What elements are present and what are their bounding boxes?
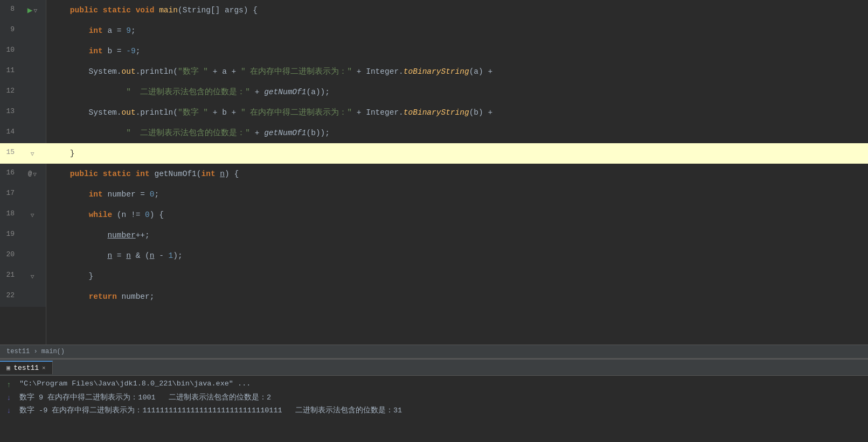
gutter-18[interactable]: ▽ bbox=[19, 205, 46, 225]
code-line-15: 15 ▽ } bbox=[0, 143, 868, 164]
console-area: ▣ test11 × ↑ "C:\Program Files\Java\jdk1… bbox=[0, 359, 868, 442]
line-num-8: 8 bbox=[0, 0, 19, 20]
gutter-19 bbox=[19, 225, 46, 245]
code-content-11: System.out.println("数字 " + a + " 在内存中得二进… bbox=[46, 61, 868, 82]
gutter-12 bbox=[19, 82, 46, 102]
line-num-19: 19 bbox=[0, 225, 19, 245]
code-line-19: 19 number++; bbox=[0, 225, 868, 245]
console-text-3: 数字 -9 在内存中得二进制表示为：1111111111111111111111… bbox=[19, 405, 402, 415]
line-num-10: 10 bbox=[0, 41, 19, 61]
code-content-15: } bbox=[46, 143, 868, 164]
code-content-16: public static int getNumOf1(int n) { bbox=[46, 164, 868, 184]
code-line-10: 10 int b = -9; bbox=[0, 41, 868, 61]
code-content-22: return number; bbox=[46, 286, 868, 307]
code-content-12: " 二进制表示法包含的位数是：" + getNumOf1(a)); bbox=[46, 82, 868, 102]
code-content-20: n = n & (n - 1); bbox=[46, 245, 868, 266]
console-close-button[interactable]: × bbox=[42, 365, 46, 371]
fold-icon-15[interactable]: ▽ bbox=[31, 150, 34, 157]
code-content-13: System.out.println("数字 " + b + " 在内存中得二进… bbox=[46, 102, 868, 123]
line-num-20: 20 bbox=[0, 245, 19, 266]
code-line-14: 14 " 二进制表示法包含的位数是：" + getNumOf1(b)); bbox=[0, 123, 868, 143]
breadcrumb: test11 › main() bbox=[6, 348, 65, 355]
code-line-17: 17 int number = 0; bbox=[0, 184, 868, 205]
code-content-19: number++; bbox=[46, 225, 868, 245]
code-line-16: 16 @ ▽ public static int getNumOf1(int n… bbox=[0, 164, 868, 184]
fold-icon-21[interactable]: ▽ bbox=[31, 273, 34, 280]
line-num-22: 22 bbox=[0, 286, 19, 307]
console-tab-label: test11 bbox=[13, 364, 39, 372]
console-text-2: 数字 9 在内存中得二进制表示为：1001 二进制表示法包含的位数是：2 bbox=[19, 392, 271, 402]
line-num-21: 21 bbox=[0, 266, 19, 286]
gutter-17 bbox=[19, 184, 46, 205]
code-content-21: } bbox=[46, 266, 868, 286]
console-line-1: ↑ "C:\Program Files\Java\jdk1.8.0_221\bi… bbox=[6, 379, 862, 392]
line-num-17: 17 bbox=[0, 184, 19, 205]
gutter-8[interactable]: ▶ ▽ bbox=[19, 0, 46, 20]
code-line-8: 8 ▶ ▽ public static void main(String[] a… bbox=[0, 0, 868, 20]
code-content-14: " 二进制表示法包含的位数是：" + getNumOf1(b)); bbox=[46, 123, 868, 143]
code-content-17: int number = 0; bbox=[46, 184, 868, 205]
line-num-15: 15 bbox=[0, 143, 19, 164]
gutter-10 bbox=[19, 41, 46, 61]
code-content-10: int b = -9; bbox=[46, 41, 868, 61]
console-arrow-down-2: ↓ bbox=[6, 406, 17, 415]
at-icon-16: @ bbox=[28, 170, 32, 178]
console-tab-test11[interactable]: ▣ test11 × bbox=[0, 361, 53, 374]
line-num-11: 11 bbox=[0, 61, 19, 82]
editor-area: 8 ▶ ▽ public static void main(String[] a… bbox=[0, 0, 868, 345]
gutter-14 bbox=[19, 123, 46, 143]
console-line-2: ↓ 数字 9 在内存中得二进制表示为：1001 二进制表示法包含的位数是：2 bbox=[6, 392, 862, 405]
gutter-9 bbox=[19, 20, 46, 41]
breadcrumb-bar: test11 › main() bbox=[0, 345, 868, 359]
gutter-11 bbox=[19, 61, 46, 82]
gutter-21[interactable]: ▽ bbox=[19, 266, 46, 286]
code-content-8: public static void main(String[] args) { bbox=[46, 0, 868, 20]
console-line-3: ↓ 数字 -9 在内存中得二进制表示为：11111111111111111111… bbox=[6, 405, 862, 418]
line-num-18: 18 bbox=[0, 205, 19, 225]
console-arrow-down-1: ↓ bbox=[6, 394, 17, 402]
fold-icon-16[interactable]: ▽ bbox=[33, 171, 37, 178]
line-num-14: 14 bbox=[0, 123, 19, 143]
code-line-20: 20 n = n & (n - 1); bbox=[0, 245, 868, 266]
code-line-9: 9 int a = 9; bbox=[0, 20, 868, 41]
code-line-18: 18 ▽ while (n != 0) { bbox=[0, 205, 868, 225]
code-content-9: int a = 9; bbox=[46, 20, 868, 41]
gutter-16[interactable]: @ ▽ bbox=[19, 164, 46, 184]
console-text-1: "C:\Program Files\Java\jdk1.8.0_221\bin\… bbox=[19, 380, 251, 388]
code-line-11: 11 System.out.println("数字 " + a + " 在内存中… bbox=[0, 61, 868, 82]
console-icon: ▣ bbox=[6, 364, 10, 372]
console-tab-bar: ▣ test11 × bbox=[0, 360, 868, 376]
gutter-22 bbox=[19, 286, 46, 307]
gutter-13 bbox=[19, 102, 46, 123]
code-line-21: 21 ▽ } bbox=[0, 266, 868, 286]
run-icon[interactable]: ▶ bbox=[27, 5, 33, 16]
code-line-13: 13 System.out.println("数字 " + b + " 在内存中… bbox=[0, 102, 868, 123]
line-num-12: 12 bbox=[0, 82, 19, 102]
code-content-18: while (n != 0) { bbox=[46, 205, 868, 225]
fold-icon-8[interactable]: ▽ bbox=[34, 7, 38, 14]
code-line-22: 22 return number; bbox=[0, 286, 868, 307]
line-num-13: 13 bbox=[0, 102, 19, 123]
console-body: ↑ "C:\Program Files\Java\jdk1.8.0_221\bi… bbox=[0, 376, 868, 421]
line-num-9: 9 bbox=[0, 20, 19, 41]
gutter-15[interactable]: ▽ bbox=[19, 143, 46, 164]
console-arrow-up: ↑ bbox=[6, 381, 17, 389]
gutter-20 bbox=[19, 245, 46, 266]
code-line-12: 12 " 二进制表示法包含的位数是：" + getNumOf1(a)); bbox=[0, 82, 868, 102]
fold-icon-18[interactable]: ▽ bbox=[31, 212, 34, 219]
line-num-16: 16 bbox=[0, 164, 19, 184]
